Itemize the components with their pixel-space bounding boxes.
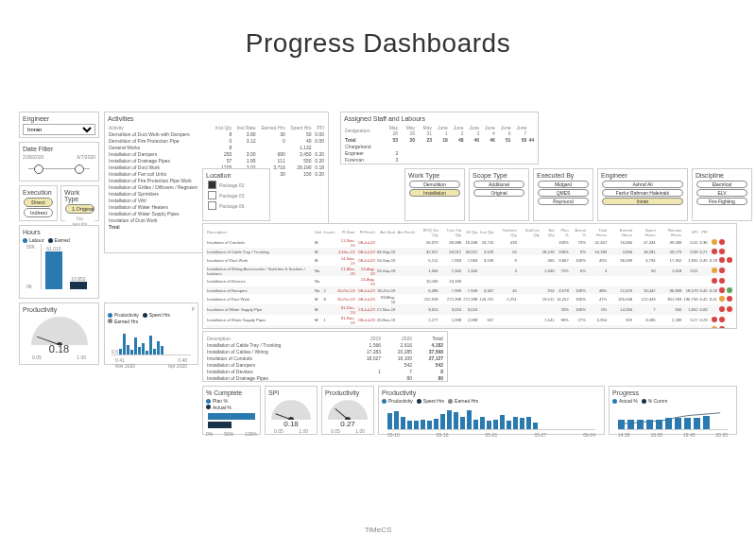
hours-earned-value: 10,852 [70, 276, 87, 282]
scopetype-label: Scope Type [472, 172, 525, 179]
table-row[interactable]: Installation of Duct WorkM826-Oct-1908-J… [206, 294, 733, 304]
engineer-option[interactable]: Ashraf Ali [602, 181, 683, 188]
productivity-min: 0.05 [32, 354, 42, 360]
location-option[interactable]: Package 02 [208, 181, 265, 189]
discipline-label: Discipline [696, 172, 748, 179]
location-option[interactable]: Package 06 [208, 201, 265, 210]
table-row[interactable]: General Works81,132 [108, 144, 325, 150]
complete-title: % Complete [206, 389, 257, 396]
prodt-l0: Productivity [388, 398, 413, 404]
execution-direct-button[interactable]: Direct [24, 198, 53, 207]
location-option[interactable]: Package 03 [208, 191, 265, 199]
date-to: 6/7/2020 [77, 154, 95, 160]
ptm-leg1: Spent Hrs [149, 312, 170, 318]
prog-title: Progress [612, 389, 733, 396]
scopetype-filter: Scope TypeAdditionalOriginal [469, 168, 529, 221]
worktype-original-button[interactable]: 1.Original [65, 204, 94, 214]
table-row[interactable]: Installation of DampersNo226-Oct-1908-Ju… [206, 286, 733, 294]
scopetype-option[interactable]: Additional [473, 181, 524, 188]
table-row[interactable]: Installation of Dampers542542 [206, 361, 444, 368]
executedby-filter: Executed ByMidgardQMESRaymond [533, 168, 593, 221]
yoy-panel: Description20192020TotalInstallation of … [202, 331, 448, 382]
table-row[interactable]: Installation of DevicesNo24-Aug-2010,100… [206, 276, 733, 286]
table-row[interactable]: Foreman3 [344, 156, 535, 163]
main-table-panel: DescriptionUnitIssuesPl.StartPl.FinishAc… [202, 223, 737, 329]
table-row[interactable]: Installation of Cable Tray / TrunkingM4-… [206, 248, 733, 255]
hours-ytick: 50K [26, 244, 35, 250]
productivity-max: 1.00 [77, 354, 86, 360]
table-row[interactable]: Installation of Water Supply PipesM101-N… [206, 315, 733, 325]
prog-l0: Actual % [619, 398, 638, 404]
table-row[interactable]: Installation of Drainage Pipes571.951115… [108, 157, 325, 164]
worktype-left-label: Work Type [64, 189, 95, 202]
executedby-option[interactable]: Midgard [538, 181, 589, 188]
table-row[interactable]: Installation of Cable Tray / Trunking1,5… [206, 341, 444, 348]
prodt-chart [387, 406, 595, 430]
prodb-max: 1.00 [355, 428, 365, 434]
ptm-leg0: Productivity [114, 312, 139, 318]
assigned-panel: Assigned Staff and Labours DesignationMa… [340, 112, 539, 164]
complete-panel: % Complete Plan %Actual % 0%50%100% [202, 386, 261, 435]
activities-label: Activities [108, 115, 325, 122]
ptm-x1: Apr 2020 [168, 363, 187, 369]
table-row[interactable]: Installation of Valves for Water SupplyN… [206, 325, 733, 329]
engineer-option[interactable]: Fazlur Rahman Haleinabi [602, 189, 683, 197]
assigned-table: DesignationMay 28May 29May 31June 1June … [344, 124, 535, 164]
progress-panel: Progress Actual %% Cumm 14.0818.0819.452… [609, 386, 737, 435]
executedby-option[interactable]: QMES [538, 189, 589, 197]
prod-trend-panel: Productivity ProductivitySpent HrsEarned… [378, 386, 605, 435]
hours-panel: Hours LabourEarned 50K0K 61,010 10,852 [19, 225, 99, 299]
date-filter-label: Date Filter [23, 146, 95, 152]
table-row[interactable]: Engineer2 [344, 149, 535, 156]
table-row[interactable]: Installation of Devices178 [206, 368, 444, 374]
hours-earned-bar [70, 282, 87, 289]
hours-ytick0: 0K [26, 284, 35, 289]
worktype-option[interactable]: Installation [409, 189, 460, 197]
comp-l1: Actual % [213, 405, 232, 410]
comp-t2: 100% [245, 431, 257, 437]
date-filter-panel: Date Filter 2/28/20206/7/2020 [19, 142, 99, 181]
worktype-label: Work Type [408, 172, 461, 179]
table-row[interactable]: Helper / Assistant32774 [344, 163, 535, 164]
table-row[interactable]: Insulation of Duct WorkM14-Nov-1908-Jul-… [206, 255, 733, 266]
hours-label: Hours [23, 229, 95, 235]
table-row[interactable]: Insulation of ConduitsM11-Nov-1908-Jul-2… [206, 237, 733, 248]
executedby-option[interactable]: Raymond [538, 198, 589, 205]
table-row[interactable]: Installation of Wiring Accessories / Swi… [206, 266, 733, 276]
discipline-option[interactable]: ELV [696, 189, 747, 197]
comp-l0: Plan % [213, 398, 228, 404]
table-row[interactable]: Demolition of Fire Protection Pipe03.120… [108, 137, 325, 144]
prodt-l1: Spent Hrs [423, 398, 444, 404]
location-panel: Location Package 02Package 03Package 06 [202, 168, 270, 221]
worktype-option[interactable]: Demolition [409, 181, 460, 188]
execution-indirect-button[interactable]: Indirect [24, 208, 53, 217]
engineer-panel: Engineer Imran [19, 112, 99, 138]
worktype-left-panel: Work Type 1.Original No results [60, 185, 99, 221]
prod-bottom-panel: Productivity 0.27 0.051.00 [321, 386, 374, 435]
ptm-y: 0.5 [112, 349, 118, 354]
prodb-title: Productivity [325, 389, 370, 396]
scopetype-option[interactable]: Original [473, 189, 524, 197]
spi-title: SPI [268, 389, 314, 396]
date-from: 2/28/2020 [23, 154, 43, 160]
engineer-option[interactable]: Imran [602, 198, 683, 205]
table-row[interactable]: Installation of Drainage Pipes8080 [206, 374, 444, 381]
spi-gauge [271, 400, 311, 420]
table-row[interactable]: Insulation of Conduits18,02719,10027,127 [206, 354, 444, 361]
table-row[interactable]: Installation of Dampers2503.006903,4500.… [108, 150, 325, 157]
prodt-l2: Earned Hrs [455, 398, 478, 404]
table-row[interactable]: Insulation of Water Supply PipeM01-Dec-1… [206, 304, 733, 315]
discipline-option[interactable]: Fire Fighting [696, 198, 747, 205]
yoy-table: Description20192020TotalInstallation of … [206, 335, 444, 381]
complete-plan-bar [208, 413, 255, 420]
table-row[interactable]: Chargehand [344, 143, 535, 149]
worktype-filter: Work TypeDemolitionInstallation [404, 168, 465, 221]
date-slider[interactable] [28, 162, 90, 175]
engineer-select[interactable]: Imran [23, 124, 95, 135]
table-row[interactable]: Installation of Cables / Wiring17,28320,… [206, 348, 444, 354]
table-row[interactable]: Demolition of Duct Work with Dampers83.8… [108, 130, 325, 137]
discipline-option[interactable]: Electrical [696, 181, 747, 188]
productivity-label: Productivity [23, 306, 95, 313]
footer: TiMeCS [0, 526, 756, 534]
ptm-leg2: Earned Hrs [114, 319, 138, 324]
